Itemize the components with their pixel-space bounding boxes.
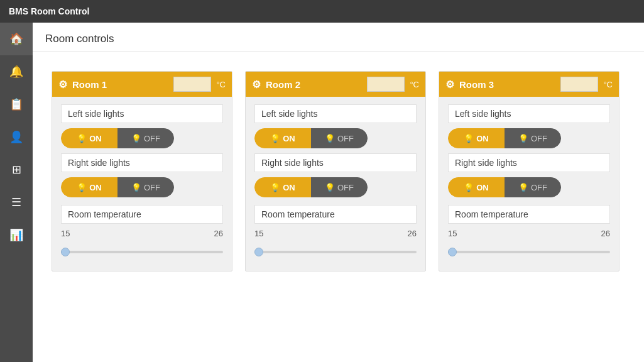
room-3-left-on-btn[interactable]: 💡 ON xyxy=(448,128,505,148)
top-bar: BMS Room Control xyxy=(0,0,644,23)
room-3-temp-max: 26 xyxy=(601,229,610,238)
room-3-temp-unit: °C xyxy=(603,80,613,89)
room-3-title: Room 3 xyxy=(459,79,494,90)
room-1-temp-slider[interactable] xyxy=(61,251,223,253)
room-2-body: Left side lights 💡 ON 💡 OFF Right side l… xyxy=(246,97,425,271)
room-1-left-lights-label: Left side lights xyxy=(61,104,223,123)
bulb-on-icon-3r: 💡 xyxy=(464,183,474,192)
room-2-right-on-btn[interactable]: 💡 ON xyxy=(254,177,311,197)
page-title: Room controls xyxy=(45,33,114,45)
page-header: Room controls xyxy=(33,23,644,52)
room-1-right-on-btn[interactable]: 💡 ON xyxy=(61,177,117,197)
room-1-body: Left side lights 💡 ON 💡 OFF Right side l… xyxy=(52,97,232,271)
bulb-off-icon-2l: 💡 xyxy=(325,134,335,143)
sidebar-item-list[interactable]: ☰ xyxy=(0,186,33,219)
room-1-left-on-label: ON xyxy=(89,134,102,143)
room-3-right-lights-label: Right side lights xyxy=(448,153,610,172)
room-1-temp-label: Room temperature xyxy=(61,205,223,224)
sidebar-item-schedule[interactable]: 📋 xyxy=(0,88,33,121)
room-1-temp-min: 15 xyxy=(61,229,70,238)
room-3-right-off-btn[interactable]: 💡 OFF xyxy=(505,177,561,197)
sidebar-item-users[interactable]: 👤 xyxy=(0,121,33,153)
room-3-right-on-label: ON xyxy=(476,183,489,192)
room-3-right-lights-toggle[interactable]: 💡 ON 💡 OFF xyxy=(448,177,561,197)
bulb-off-icon-2r: 💡 xyxy=(325,183,335,192)
room-3-slider-container xyxy=(448,244,610,260)
room-2-slider-container xyxy=(254,244,417,260)
sidebar: 🏠 🔔 📋 👤 ⊞ ☰ 📊 xyxy=(0,23,33,362)
room-3-temp-input[interactable] xyxy=(560,77,598,92)
room-1-right-off-btn[interactable]: 💡 OFF xyxy=(117,177,174,197)
room-2-gear-icon: ⚙ xyxy=(252,79,261,90)
sidebar-item-chart[interactable]: 📊 xyxy=(0,219,33,251)
bulb-on-icon-1r: 💡 xyxy=(77,183,87,192)
room-3-left-lights-label: Left side lights xyxy=(448,104,610,123)
room-2-left-lights-label: Left side lights xyxy=(254,104,417,123)
room-1-right-on-label: ON xyxy=(89,183,102,192)
room-2-left-on-btn[interactable]: 💡 ON xyxy=(254,128,311,148)
room-3-left-lights-toggle[interactable]: 💡 ON 💡 OFF xyxy=(448,128,561,148)
room-2-temp-min: 15 xyxy=(254,229,263,238)
room-card-3: ⚙ Room 3 °C Left side lights 💡 ON 💡 xyxy=(439,71,619,272)
room-card-2: ⚙ Room 2 °C Left side lights 💡 ON 💡 xyxy=(245,71,426,272)
room-1-left-off-label: OFF xyxy=(144,134,160,143)
room-3-left-on-label: ON xyxy=(476,134,489,143)
room-2-temp-label: Room temperature xyxy=(254,205,417,224)
room-3-temp-label: Room temperature xyxy=(448,205,610,224)
room-1-right-off-label: OFF xyxy=(144,183,160,192)
rooms-container: ⚙ Room 1 °C Left side lights 💡 ON 💡 xyxy=(33,52,644,290)
room-2-temp-input[interactable] xyxy=(367,77,405,92)
room-3-gear-icon: ⚙ xyxy=(445,79,454,90)
bulb-on-icon-3l: 💡 xyxy=(464,134,474,143)
bulb-on-icon-2l: 💡 xyxy=(270,134,280,143)
room-card-1: ⚙ Room 1 °C Left side lights 💡 ON 💡 xyxy=(52,71,232,272)
room-2-temp-slider[interactable] xyxy=(254,251,417,253)
room-3-header: ⚙ Room 3 °C xyxy=(439,72,619,97)
room-2-temp-range: 15 26 xyxy=(254,229,417,238)
room-3-right-off-label: OFF xyxy=(531,183,547,192)
room-2-title: Room 2 xyxy=(266,79,300,90)
sidebar-item-grid[interactable]: ⊞ xyxy=(0,153,33,186)
room-1-left-off-btn[interactable]: 💡 OFF xyxy=(117,128,174,148)
room-1-temp-max: 26 xyxy=(214,229,223,238)
room-1-temp-unit: °C xyxy=(216,80,226,89)
room-3-left-off-btn[interactable]: 💡 OFF xyxy=(505,128,561,148)
room-2-left-lights-toggle[interactable]: 💡 ON 💡 OFF xyxy=(254,128,368,148)
room-1-temp-range: 15 26 xyxy=(61,229,223,238)
room-1-temp-input[interactable] xyxy=(173,77,211,92)
room-2-left-off-btn[interactable]: 💡 OFF xyxy=(311,128,368,148)
bulb-off-icon-3l: 💡 xyxy=(518,134,528,143)
sidebar-item-home[interactable]: 🏠 xyxy=(0,23,33,55)
room-3-left-off-label: OFF xyxy=(531,134,547,143)
bulb-on-icon-1l: 💡 xyxy=(77,134,87,143)
room-1-gear-icon: ⚙ xyxy=(58,79,67,90)
room-2-header: ⚙ Room 2 °C xyxy=(246,72,425,97)
room-3-temp-range: 15 26 xyxy=(448,229,610,238)
room-2-right-off-btn[interactable]: 💡 OFF xyxy=(311,177,368,197)
sidebar-item-notifications[interactable]: 🔔 xyxy=(0,55,33,88)
room-1-right-lights-label: Right side lights xyxy=(61,153,223,172)
room-2-temp-unit: °C xyxy=(410,80,419,89)
room-3-temp-slider[interactable] xyxy=(448,251,610,253)
room-3-body: Left side lights 💡 ON 💡 OFF Right side l… xyxy=(439,97,619,271)
bulb-off-icon-3r: 💡 xyxy=(518,183,528,192)
room-1-title: Room 1 xyxy=(72,79,107,90)
room-2-right-on-label: ON xyxy=(283,183,295,192)
room-2-right-lights-label: Right side lights xyxy=(254,153,417,172)
room-2-left-on-label: ON xyxy=(283,134,295,143)
room-3-right-on-btn[interactable]: 💡 ON xyxy=(448,177,505,197)
room-1-left-lights-toggle[interactable]: 💡 ON 💡 OFF xyxy=(61,128,174,148)
room-1-right-lights-toggle[interactable]: 💡 ON 💡 OFF xyxy=(61,177,174,197)
bulb-on-icon-2r: 💡 xyxy=(270,183,280,192)
room-2-right-lights-toggle[interactable]: 💡 ON 💡 OFF xyxy=(254,177,368,197)
room-1-header: ⚙ Room 1 °C xyxy=(52,72,232,97)
room-1-left-on-btn[interactable]: 💡 ON xyxy=(61,128,117,148)
room-2-temp-max: 26 xyxy=(408,229,417,238)
bulb-off-icon-1r: 💡 xyxy=(131,183,141,192)
room-2-right-off-label: OFF xyxy=(337,183,354,192)
app-title: BMS Room Control xyxy=(9,6,89,16)
bulb-off-icon-1l: 💡 xyxy=(131,134,141,143)
room-3-temp-min: 15 xyxy=(448,229,457,238)
room-2-left-off-label: OFF xyxy=(337,134,354,143)
room-1-slider-container xyxy=(61,244,223,260)
